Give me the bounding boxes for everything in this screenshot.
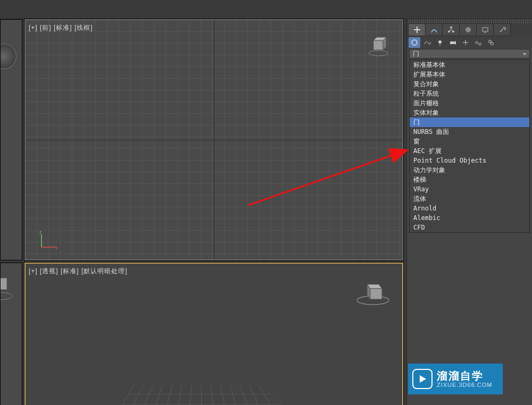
svg-rect-19 [448,31,450,32]
panel-drag-handle[interactable] [407,19,532,23]
viewcube-persp-partial [0,273,12,305]
viewcube-partial [0,44,16,69]
tab-hierarchy[interactable] [442,23,460,36]
svg-point-28 [438,40,442,44]
perspective-grid [118,385,285,405]
dropdown-item[interactable]: 扩展基本体 [410,70,529,79]
panel-main-tabs [407,23,532,36]
svg-rect-30 [450,41,454,44]
subtype-lights[interactable] [434,37,446,48]
viewcube-widget[interactable] [354,277,392,306]
viewport-left-strip[interactable] [0,19,22,260]
dropdown-item[interactable]: 面片栅格 [410,98,529,108]
watermark-badge: 溜溜自学 ZIXUE.3D66.COM [408,364,503,394]
dropdown-item[interactable]: Alembic [410,213,529,223]
dropdown-item[interactable]: 粒子系统 [410,89,529,98]
viewport-front[interactable]: [+] [前] [标准] [线框] z x [24,19,403,260]
subtype-cameras[interactable] [447,37,459,48]
svg-text:z: z [39,230,42,235]
tab-modify[interactable] [425,23,443,36]
svg-point-34 [489,40,492,43]
category-dropdown-list: 标准基本体扩展基本体复合对象粒子系统面片栅格实体对象门NURBS 曲面窗AEC … [409,60,530,233]
svg-line-23 [451,30,453,31]
dropdown-item[interactable]: VRay [410,184,529,194]
category-dropdown[interactable]: 门 [409,49,530,58]
svg-rect-18 [450,27,452,28]
viewport-perspective[interactable]: [+] [透视] [标准] [默认明暗处理] [24,263,403,405]
dropdown-item[interactable]: 动力学对象 [410,165,529,175]
svg-text:x: x [55,245,58,250]
svg-marker-13 [370,289,382,299]
svg-rect-20 [452,31,454,32]
dropdown-item[interactable]: 楼梯 [410,175,529,184]
tab-display[interactable] [476,23,494,36]
dropdown-value: 门 [413,49,419,58]
viewport-area: [+] [前] [标准] [线框] z x [+] [透视] [标准 [0,19,404,405]
dropdown-item[interactable]: AEC 扩展 [410,146,529,156]
svg-rect-1 [373,40,383,50]
subtype-systems[interactable] [485,37,497,48]
create-subtypes [407,36,532,48]
play-icon [412,369,433,389]
dropdown-item[interactable]: 流体 [410,194,529,204]
command-panel: 门 标准基本体扩展基本体复合对象粒子系统面片栅格实体对象门NURBS 曲面窗AE… [406,19,532,405]
app-toolbar [0,0,532,19]
svg-rect-9 [0,278,7,290]
svg-rect-25 [483,28,488,31]
dropdown-item[interactable]: 标准基本体 [410,60,529,70]
dropdown-item[interactable]: NURBS 曲面 [410,127,529,137]
viewport-label[interactable]: [+] [前] [标准] [线框] [29,23,93,32]
svg-point-8 [0,292,12,300]
viewport-bottomleft-strip[interactable] [0,263,22,405]
dropdown-item[interactable]: 实体对象 [410,108,529,117]
viewport-label[interactable]: [+] [透视] [标准] [默认明暗处理] [29,267,128,276]
watermark-url: ZIXUE.3D66.COM [437,382,492,388]
tab-motion[interactable] [459,23,477,36]
tab-create[interactable] [408,23,426,36]
dropdown-item[interactable]: Arnold [410,204,529,213]
dropdown-item[interactable]: 复合对象 [410,79,529,89]
subtype-helpers[interactable] [460,37,471,48]
svg-line-22 [449,30,451,31]
dropdown-item[interactable]: Point Cloud Objects [410,156,529,165]
watermark-title: 溜溜自学 [437,370,492,382]
dropdown-item[interactable]: CFD [410,223,529,232]
subtype-shapes[interactable] [421,37,433,48]
axis-v [214,20,214,259]
svg-point-35 [491,43,494,45]
svg-point-24 [466,27,471,32]
subtype-geometry[interactable] [409,37,420,48]
svg-marker-31 [454,41,456,45]
viewcube-widget[interactable] [368,36,389,57]
dropdown-item[interactable]: 门 [410,117,529,127]
tab-utilities[interactable] [493,23,511,36]
dropdown-item[interactable]: 窗 [410,137,529,146]
svg-point-0 [369,50,388,56]
subtype-spacewarps[interactable] [472,37,484,48]
svg-marker-36 [420,375,426,383]
axis-gizmo: z x [37,230,59,251]
svg-point-27 [412,40,417,45]
